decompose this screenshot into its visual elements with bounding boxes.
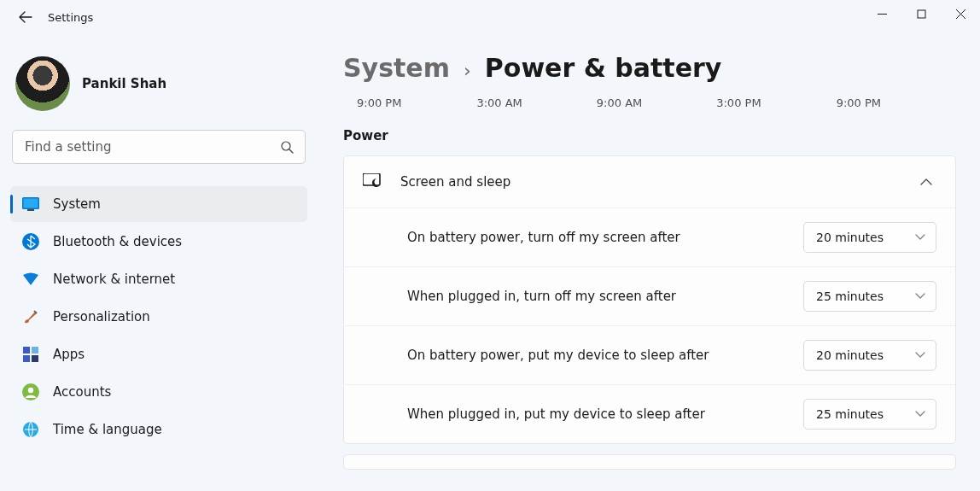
sidebar-item-accounts[interactable]: Accounts	[10, 374, 307, 410]
screen-and-sleep-header[interactable]: Screen and sleep	[344, 156, 955, 208]
sidebar-item-apps[interactable]: Apps	[10, 336, 307, 372]
timeline-tick: 3:00 AM	[476, 96, 596, 109]
timeline-tick: 9:00 PM	[357, 96, 476, 109]
sidebar-item-system[interactable]: System	[10, 186, 307, 222]
chevron-down-icon	[915, 293, 925, 300]
setting-label: When plugged in, turn off my screen afte…	[407, 289, 803, 304]
setting-row-sleep-plugged: When plugged in, put my device to sleep …	[344, 384, 955, 443]
screen-and-sleep-card: Screen and sleep On battery power, turn …	[343, 155, 956, 444]
search-icon	[280, 140, 294, 154]
search-container	[12, 130, 306, 164]
svg-rect-9	[32, 355, 38, 362]
sidebar-item-label: Bluetooth & devices	[53, 234, 182, 249]
battery-timeline: 9:00 PM 3:00 AM 9:00 AM 3:00 PM 9:00 PM	[343, 91, 956, 128]
sidebar-item-label: Personalization	[53, 309, 150, 324]
svg-rect-3	[24, 199, 38, 208]
wifi-icon	[22, 271, 39, 288]
brush-icon	[22, 308, 39, 325]
breadcrumb-parent[interactable]: System	[343, 53, 450, 83]
time-icon	[22, 421, 39, 438]
chevron-up-icon	[916, 172, 936, 192]
setting-label: On battery power, put my device to sleep…	[407, 348, 803, 363]
setting-label: When plugged in, put my device to sleep …	[407, 406, 803, 422]
sidebar-item-label: Network & internet	[53, 272, 175, 287]
select-sleep-battery[interactable]: 20 minutes	[803, 340, 936, 371]
svg-point-1	[282, 142, 290, 150]
chevron-down-icon	[915, 234, 925, 241]
user-name: Pankil Shah	[82, 76, 166, 91]
svg-rect-13	[363, 173, 380, 185]
setting-row-screen-battery: On battery power, turn off my screen aft…	[344, 208, 955, 266]
close-icon	[956, 9, 965, 19]
sidebar-item-label: System	[53, 196, 101, 212]
sidebar-item-network[interactable]: Network & internet	[10, 261, 307, 297]
timeline-tick: 3:00 PM	[716, 96, 836, 109]
select-value: 25 minutes	[816, 289, 884, 303]
timeline-tick: 9:00 PM	[837, 96, 956, 109]
svg-rect-8	[23, 355, 30, 362]
back-arrow-icon	[19, 10, 32, 24]
maximize-button[interactable]	[901, 0, 941, 27]
accounts-icon	[22, 383, 39, 400]
avatar	[15, 56, 70, 111]
svg-point-11	[28, 388, 33, 393]
screen-sleep-icon	[363, 172, 383, 192]
sidebar-nav: System Bluetooth & devices Network & int…	[10, 186, 307, 447]
svg-rect-7	[32, 347, 38, 354]
select-sleep-plugged[interactable]: 25 minutes	[803, 399, 936, 430]
select-value: 20 minutes	[816, 231, 884, 244]
chevron-down-icon	[915, 411, 925, 418]
user-profile[interactable]: Pankil Shah	[10, 50, 307, 130]
svg-rect-0	[918, 10, 925, 18]
card-title: Screen and sleep	[400, 174, 899, 190]
maximize-icon	[917, 9, 926, 19]
window-title: Settings	[48, 11, 93, 24]
select-screen-battery[interactable]: 20 minutes	[803, 222, 936, 253]
close-button[interactable]	[941, 0, 980, 27]
search-input[interactable]	[12, 130, 306, 164]
select-value: 25 minutes	[816, 407, 884, 421]
sidebar-item-bluetooth[interactable]: Bluetooth & devices	[10, 224, 307, 260]
apps-icon	[22, 346, 39, 363]
select-screen-plugged[interactable]: 25 minutes	[803, 281, 936, 312]
minimize-button[interactable]	[862, 0, 901, 27]
sidebar-item-time[interactable]: Time & language	[10, 412, 307, 447]
bluetooth-icon	[22, 233, 39, 250]
page-title: Power & battery	[485, 53, 722, 83]
select-value: 20 minutes	[816, 348, 884, 362]
chevron-right-icon: ›	[464, 60, 471, 81]
svg-rect-6	[23, 347, 30, 354]
setting-row-screen-plugged: When plugged in, turn off my screen afte…	[344, 266, 955, 325]
setting-label: On battery power, turn off my screen aft…	[407, 230, 803, 245]
chevron-down-icon	[915, 352, 925, 359]
minimize-icon	[878, 9, 887, 19]
system-icon	[22, 196, 39, 213]
breadcrumb: System › Power & battery	[343, 53, 956, 83]
sidebar-item-label: Time & language	[53, 422, 162, 437]
back-button[interactable]	[15, 7, 36, 27]
sidebar-item-label: Apps	[53, 347, 85, 362]
setting-row-sleep-battery: On battery power, put my device to sleep…	[344, 325, 955, 384]
sidebar-item-label: Accounts	[53, 384, 111, 400]
section-heading-power: Power	[343, 128, 956, 143]
sidebar-item-personalization[interactable]: Personalization	[10, 299, 307, 335]
timeline-tick: 9:00 AM	[597, 96, 716, 109]
next-card-peek	[343, 454, 956, 470]
svg-rect-4	[27, 209, 34, 211]
